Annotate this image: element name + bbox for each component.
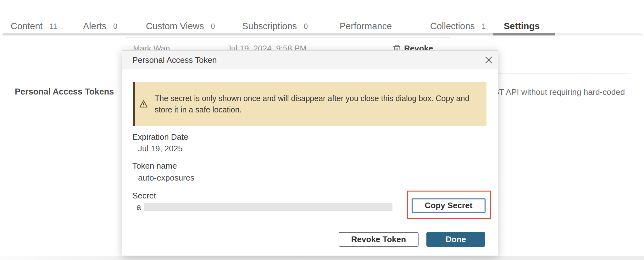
tab-subscriptions[interactable]: Subscriptions 0 [242,20,308,32]
copy-secret-button[interactable]: Copy Secret [412,198,486,213]
tab-label: Alerts [83,21,106,31]
table-divider [126,37,450,38]
tab-label: Custom Views [146,21,204,31]
done-button[interactable]: Done [426,232,485,247]
section-divider [498,73,630,74]
warning-message: The secret is only shown once and will d… [155,93,479,115]
dialog-title: Personal Access Token [132,51,217,69]
tab-label: Performance [340,21,392,31]
tab-alerts[interactable]: Alerts 0 [83,20,117,32]
tab-count: 11 [50,22,57,31]
tab-performance[interactable]: Performance [340,20,392,32]
tab-label: Subscriptions [242,21,297,31]
dialog-header: Personal Access Token [122,51,498,69]
personal-access-tokens-heading: Personal Access Tokens [15,87,114,97]
tab-count: 0 [304,22,308,31]
token-name-label: Token name [132,161,177,171]
tab-settings[interactable]: Settings [504,20,540,32]
warning-banner: The secret is only shown once and will d… [133,82,486,126]
personal-access-token-dialog: Personal Access Token The secret is only… [122,50,498,256]
warning-icon [139,100,148,108]
tab-collections[interactable]: Collections 1 [430,20,486,32]
tab-count: 0 [211,22,215,31]
tab-label: Collections [430,21,475,31]
secret-label: Secret [132,191,156,201]
expiration-date-label: Expiration Date [132,132,188,142]
tab-count: 1 [482,22,486,31]
secret-redacted-bar [144,203,392,211]
tab-count: 0 [113,22,117,31]
expiration-date-value: Jul 19, 2025 [138,144,183,154]
settings-page: Content 11 Alerts 0 Custom Views 0 Subsc… [0,0,644,260]
tab-content[interactable]: Content 11 [11,20,57,32]
tab-label: Content [11,21,43,31]
page-footer-strip [0,256,644,260]
close-icon[interactable] [483,55,494,65]
revoke-token-button[interactable]: Revoke Token [339,232,419,247]
tab-underline-track [3,33,493,35]
tab-custom-views[interactable]: Custom Views 0 [146,20,215,32]
tab-underline-track-right [555,33,642,35]
active-tab-underline [493,33,555,35]
tab-label: Settings [504,21,540,31]
secret-value-fragment: a [136,202,141,212]
tokens-description-fragment: ST API without requiring hard-coded [494,87,625,97]
token-name-value: auto-exposures [138,173,194,183]
